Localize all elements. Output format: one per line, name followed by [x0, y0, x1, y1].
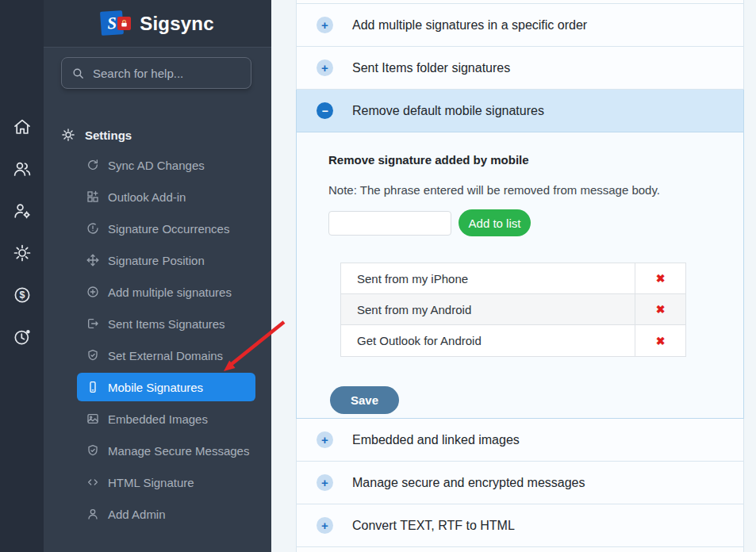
- table-row: Sent from my iPhone ✖: [341, 263, 685, 294]
- home-icon[interactable]: [13, 117, 32, 136]
- accordion-remove-default-mobile[interactable]: − Remove default mobile signatures: [296, 90, 744, 132]
- accordion-convert-text-rtf[interactable]: + Convert TEXT, RTF to HTML: [296, 504, 744, 547]
- main-content: + Add multiple signatures in a specific …: [271, 0, 756, 552]
- delete-phrase-button[interactable]: ✖: [635, 294, 685, 324]
- app-window: $ S Sigsync Settings: [0, 0, 756, 552]
- sidebar-item-label: Sync AD Changes: [108, 159, 205, 172]
- occurrences-icon: [86, 222, 99, 235]
- sidebar-item-label: Sent Items Signatures: [108, 317, 225, 331]
- sidebar-item-signature-position[interactable]: Signature Position: [77, 246, 255, 274]
- code-icon: [86, 476, 99, 489]
- sidebar-item-label: Add multiple signatures: [108, 286, 232, 299]
- icon-rail: $: [0, 0, 44, 552]
- sidebar-item-label: Outlook Add-in: [108, 190, 186, 204]
- sidebar-item-label: Signature Position: [108, 254, 205, 267]
- sidebar-item-label: Manage Secure Messages: [108, 444, 249, 458]
- phrase-text: Sent from my iPhone: [341, 263, 635, 293]
- accordion-title: Manage secure and encrypted messages: [352, 476, 585, 490]
- sidebar-item-label: Signature Occurrences: [108, 222, 229, 236]
- minus-icon: −: [317, 102, 333, 119]
- accordion-title: Add multiple signatures in a specific or…: [352, 18, 587, 33]
- add-phrase-row: Add to list: [328, 209, 743, 236]
- sidebar-item-add-admin[interactable]: Add Admin: [77, 500, 255, 528]
- sidebar-item-add-multiple-signatures[interactable]: Add multiple signatures: [77, 278, 255, 306]
- mobile-signatures-panel: Remove signature added by mobile Note: T…: [296, 132, 744, 419]
- accordion-title: Remove default mobile signatures: [352, 104, 544, 118]
- svg-text:$: $: [19, 289, 25, 301]
- users-icon[interactable]: [13, 159, 32, 178]
- user-settings-icon[interactable]: [13, 201, 32, 220]
- sidebar-header: S Sigsync: [44, 0, 271, 48]
- sync-icon: [86, 159, 99, 171]
- accordion-title: Convert TEXT, RTF to HTML: [352, 519, 515, 533]
- delete-phrase-button[interactable]: ✖: [635, 325, 685, 356]
- panel-note: Note: The phrase entered will be removed…: [328, 183, 743, 197]
- phrase-text: Sent from my Android: [341, 294, 635, 324]
- help-search[interactable]: [61, 57, 251, 89]
- gear-icon[interactable]: [13, 243, 32, 263]
- add-circle-icon: [86, 286, 99, 298]
- mobile-icon: [86, 381, 99, 393]
- accordion-title: Sent Items folder signatures: [352, 61, 510, 75]
- sidebar: S Sigsync Settings Sync AD Changes: [44, 0, 271, 552]
- sidebar-item-mobile-signatures[interactable]: Mobile Signatures: [77, 373, 255, 401]
- sidebar-item-signature-occurrences[interactable]: Signature Occurrences: [77, 214, 255, 243]
- position-move-icon: [86, 254, 99, 266]
- sidebar-item-manage-secure-messages[interactable]: Manage Secure Messages: [77, 436, 255, 465]
- save-button[interactable]: Save: [330, 386, 399, 414]
- table-row: Sent from my Android ✖: [341, 294, 685, 325]
- add-to-list-button[interactable]: Add to list: [459, 209, 531, 236]
- sidebar-item-html-signature[interactable]: HTML Signature: [77, 468, 255, 496]
- shield-icon: [86, 444, 99, 457]
- sidebar-item-set-external-domains[interactable]: Set External Domains: [77, 341, 255, 370]
- settings-label: Settings: [85, 128, 132, 142]
- plus-icon: +: [317, 517, 333, 534]
- lock-icon: [117, 17, 131, 30]
- sidebar-item-label: Embedded Images: [108, 412, 208, 426]
- sidebar-item-label: HTML Signature: [108, 476, 194, 489]
- accordion-sent-items-folder[interactable]: + Sent Items folder signatures: [296, 47, 744, 90]
- phrase-input[interactable]: [328, 211, 451, 236]
- image-icon: [86, 412, 99, 425]
- accordion-embedded-linked-images[interactable]: + Embedded and linked images: [296, 419, 744, 462]
- accordion-add-multiple-order[interactable]: + Add multiple signatures in a specific …: [296, 4, 744, 47]
- delete-phrase-button[interactable]: ✖: [635, 263, 685, 293]
- sigsync-logo-icon: S: [101, 10, 132, 38]
- sidebar-item-label: Add Admin: [108, 508, 166, 521]
- accordion-item-partial-bottom: [296, 547, 744, 552]
- plus-icon: +: [317, 17, 333, 33]
- sent-items-icon: [86, 317, 99, 330]
- settings-menu: Settings Sync AD Changes Outlook Add-in …: [44, 125, 271, 528]
- shield-icon: [86, 349, 99, 362]
- phrase-text: Get Outlook for Android: [341, 325, 635, 356]
- billing-icon[interactable]: $: [13, 286, 32, 305]
- plus-icon: +: [317, 59, 333, 76]
- phrase-table: Sent from my iPhone ✖ Sent from my Andro…: [340, 263, 686, 357]
- sidebar-item-sync-ad-changes[interactable]: Sync AD Changes: [77, 151, 255, 179]
- sidebar-item-sent-items-signatures[interactable]: Sent Items Signatures: [77, 309, 255, 338]
- accordion-title: Embedded and linked images: [352, 433, 520, 447]
- sidebar-item-outlook-addin[interactable]: Outlook Add-in: [77, 182, 255, 211]
- panel-heading: Remove signature added by mobile: [328, 153, 743, 167]
- sidebar-item-embedded-images[interactable]: Embedded Images: [77, 404, 255, 433]
- addin-grid-icon: [86, 190, 99, 203]
- plus-icon: +: [317, 474, 333, 491]
- table-row: Get Outlook for Android ✖: [341, 325, 685, 356]
- accordion-manage-secure-messages[interactable]: + Manage secure and encrypted messages: [296, 462, 744, 504]
- settings-accordion: + Add multiple signatures in a specific …: [296, 0, 744, 552]
- brand-name: Sigsync: [140, 13, 213, 35]
- user-icon: [86, 508, 99, 520]
- sidebar-item-label: Mobile Signatures: [108, 381, 203, 394]
- search-icon: [71, 67, 85, 80]
- settings-section-header[interactable]: Settings: [44, 125, 271, 144]
- gear-icon: [61, 128, 75, 142]
- plus-icon: +: [317, 431, 333, 448]
- search-input[interactable]: [93, 67, 241, 80]
- history-icon[interactable]: [13, 328, 32, 347]
- sidebar-item-label: Set External Domains: [108, 349, 223, 362]
